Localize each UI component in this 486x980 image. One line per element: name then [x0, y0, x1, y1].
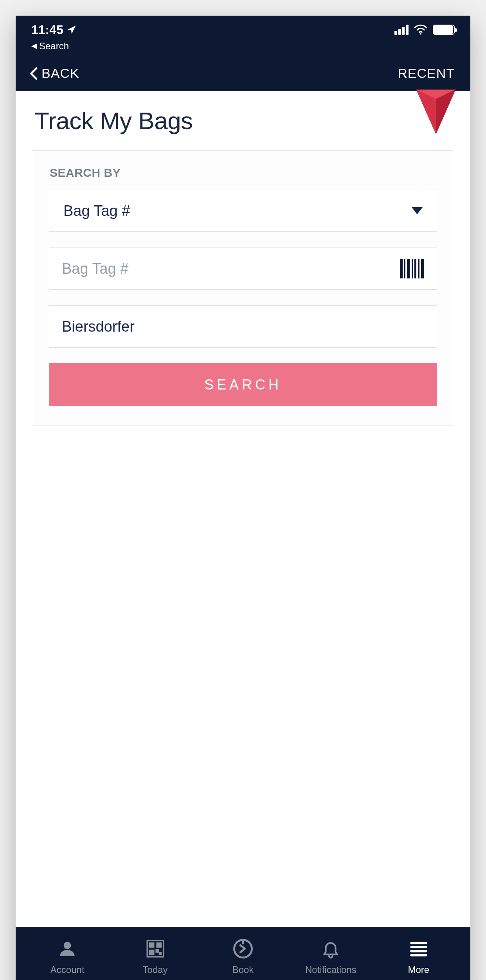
nav-bar: BACK RECENT — [16, 55, 470, 91]
svg-point-5 — [64, 942, 71, 949]
svg-rect-11 — [159, 953, 161, 954]
tab-label: Account — [50, 964, 85, 975]
breadcrumb-label: Search — [39, 41, 69, 52]
breadcrumb-back[interactable]: ◀ Search — [16, 39, 470, 55]
main-content: Track My Bags SEARCH BY Bag Tag # — [16, 91, 470, 927]
page-title: Track My Bags — [34, 107, 193, 135]
qr-icon — [144, 938, 166, 960]
triangle-left-icon: ◀ — [31, 41, 37, 50]
tab-label: Book — [232, 964, 254, 975]
tab-today[interactable]: Today — [111, 938, 199, 975]
search-by-label: SEARCH BY — [50, 166, 437, 179]
tab-label: More — [408, 964, 429, 975]
tab-account[interactable]: Account — [23, 938, 111, 975]
search-card: SEARCH BY Bag Tag # SEARCH — [33, 150, 453, 425]
lastname-row — [49, 305, 437, 348]
book-icon — [232, 938, 254, 960]
cellular-signal-icon — [394, 25, 409, 35]
bag-tag-row — [49, 248, 437, 290]
chevron-down-icon — [412, 207, 423, 214]
svg-rect-7 — [149, 943, 153, 947]
svg-rect-9 — [149, 950, 153, 954]
chevron-left-icon — [30, 67, 38, 80]
header-area: 11:45 ◀ Search BACK RECENT — [16, 16, 470, 91]
dropdown-value: Bag Tag # — [63, 203, 130, 219]
lastname-input[interactable] — [62, 318, 424, 335]
battery-icon — [433, 25, 455, 35]
tab-bar: Account Today Book Notifications — [16, 927, 470, 980]
account-icon — [56, 938, 78, 960]
svg-rect-8 — [157, 943, 161, 947]
status-bar: 11:45 — [16, 16, 470, 39]
bell-icon — [320, 938, 342, 960]
tab-label: Notifications — [305, 964, 356, 975]
search-button[interactable]: SEARCH — [49, 363, 437, 406]
tab-label: Today — [143, 964, 168, 975]
location-arrow-icon — [67, 25, 77, 35]
barcode-scan-icon[interactable] — [400, 259, 424, 278]
tab-more[interactable]: More — [375, 938, 463, 975]
status-time: 11:45 — [31, 23, 63, 37]
recent-button[interactable]: RECENT — [398, 66, 455, 81]
delta-logo-icon — [412, 90, 459, 136]
svg-rect-10 — [156, 949, 158, 952]
tab-notifications[interactable]: Notifications — [287, 938, 374, 975]
wifi-icon — [414, 25, 427, 35]
back-label: BACK — [41, 66, 79, 81]
menu-icon — [408, 938, 430, 960]
bag-tag-input[interactable] — [62, 260, 392, 277]
tab-book[interactable]: Book — [199, 938, 287, 975]
recent-label: RECENT — [398, 66, 455, 81]
app-screen: 11:45 ◀ Search BACK RECENT Track — [16, 16, 470, 980]
search-button-label: SEARCH — [204, 377, 282, 393]
title-area: Track My Bags — [16, 91, 470, 150]
search-by-dropdown[interactable]: Bag Tag # — [49, 190, 437, 232]
svg-point-0 — [420, 33, 421, 35]
back-button[interactable]: BACK — [30, 66, 79, 81]
